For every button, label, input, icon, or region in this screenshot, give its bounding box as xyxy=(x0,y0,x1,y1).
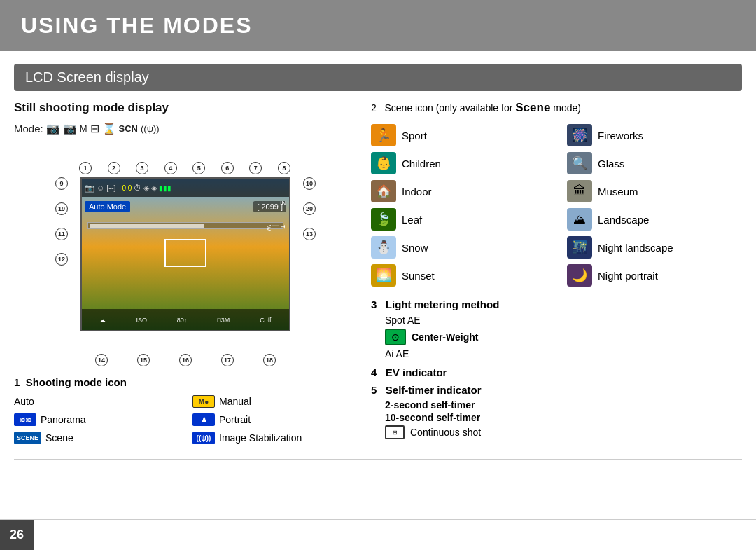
left-callouts: 9 19 11 12 xyxy=(55,177,68,266)
in-label: IN xyxy=(280,200,286,207)
timer-2s: 2-second self-timer xyxy=(371,399,742,411)
automode-label: Auto Mode xyxy=(85,201,130,212)
scene-museum: 🏛 Museum xyxy=(567,178,742,205)
timer-10s: 10-second self-timer xyxy=(371,411,742,424)
bottom-callouts: 14 15 16 17 18 xyxy=(80,351,290,366)
metering-label: Light metering method xyxy=(386,298,500,310)
shutter-val: 80↑ xyxy=(177,317,188,324)
children-label: Children xyxy=(402,158,441,170)
sunset-icon: 🌅 xyxy=(371,264,396,287)
top-callouts: 1 2 3 4 5 6 7 8 xyxy=(79,162,290,174)
metering-section: 3 Light metering method Spot AE ⊙ Center… xyxy=(371,298,742,361)
callout-6: 6 xyxy=(221,162,234,174)
scene-number: 2 xyxy=(371,102,377,114)
self-timer-number: 5 xyxy=(371,384,377,396)
page-number: 26 xyxy=(0,520,34,551)
ev-val: +0.0 xyxy=(118,184,132,192)
camera-m-label: M xyxy=(80,123,88,134)
main-content: Still shooting mode display Mode: 📷 📷 M … xyxy=(0,91,756,456)
mode-line: Mode: 📷 📷 M ⊟ ⌛ SCN ((ψ)) xyxy=(14,122,357,135)
indoor-label: Indoor xyxy=(402,186,432,198)
self-timer-label: Self-timer indicator xyxy=(386,384,482,396)
scene-landscape: ⛰ Landscape xyxy=(567,206,742,233)
night-portrait-icon: 🌙 xyxy=(567,264,592,287)
stab-icon: ((ψ)) xyxy=(141,123,160,134)
scene-sunset: 🌅 Sunset xyxy=(371,262,546,289)
leaf-icon: 🍃 xyxy=(371,208,396,231)
imgstab-badge: ((ψ)) xyxy=(192,432,215,444)
scene-sport: 🏃 Sport xyxy=(371,122,546,149)
indoor-icon: 🏠 xyxy=(371,180,396,202)
mode-scene: SCENE Scene xyxy=(14,430,178,446)
timer-small-icon: ⏱ xyxy=(134,184,141,192)
camera-m-icon: 📷 xyxy=(63,122,77,135)
title-bar: USING THE MODES xyxy=(0,0,756,51)
page-divider xyxy=(14,459,742,460)
screen-bottom-bar: ☁ ISO 80↑ □3M Coff xyxy=(82,309,289,331)
sunset-label: Sunset xyxy=(402,270,435,282)
scene-night-landscape: 🌃 Night landscape xyxy=(567,234,742,261)
histogram-bar xyxy=(85,222,286,231)
lcd-screen: 📷 ☺ [--] +0.0 ⏱ ◈ ◈ ▮▮▮ Auto Mode [ 2099… xyxy=(80,177,290,331)
bracket-icon: [--] xyxy=(106,184,115,192)
timer-10s-label: 10-second self-timer xyxy=(385,412,480,423)
ai-ae-label: Ai AE xyxy=(385,348,409,359)
museum-icon: 🏛 xyxy=(567,180,592,202)
focus-box xyxy=(164,239,206,267)
portrait-badge: ♟ xyxy=(192,413,215,426)
page-title: USING THE MODES xyxy=(21,13,735,39)
mode-label: Mode: xyxy=(14,123,43,135)
subsection-title: Still shooting mode display xyxy=(14,101,357,115)
landscape-label: Landscape xyxy=(598,214,649,226)
scene-night-portrait: 🌙 Night portrait xyxy=(567,262,742,289)
battery-indicator: ▮▮▮ xyxy=(159,184,172,192)
callout-3: 3 xyxy=(136,162,148,174)
panorama-mode-icon: ⊟ xyxy=(90,122,99,135)
tw-indicator: T|W xyxy=(265,225,286,231)
self-timer-title: 5 Self-timer indicator xyxy=(371,384,742,396)
scene-items-grid: 🏃 Sport 🎆 Fireworks 👶 Children 🔍 Glass 🏠… xyxy=(371,122,742,289)
callout-4: 4 xyxy=(164,162,177,174)
scene-section-header: 2 Scene icon (only available for Scene m… xyxy=(371,101,742,115)
page-number-bar: 26 xyxy=(0,519,756,550)
scene-leaf: 🍃 Leaf xyxy=(371,206,546,233)
callout-13: 13 xyxy=(303,228,316,240)
scene-indoor: 🏠 Indoor xyxy=(371,178,546,205)
continuous-shot: ⊟ Continuous shot xyxy=(371,424,742,441)
leaf-label: Leaf xyxy=(402,214,422,226)
face-icon: ☺ xyxy=(97,184,104,192)
landscape-icon: ⛰ xyxy=(567,208,592,231)
scn-label: SCN xyxy=(119,123,138,134)
metering-number: 3 xyxy=(371,298,377,310)
left-column: Still shooting mode display Mode: 📷 📷 M … xyxy=(14,101,357,446)
mode-imgstab: ((ψ)) Image Stabilization xyxy=(192,430,357,446)
callout-14: 14 xyxy=(95,354,108,366)
mode-panorama: ≋≋ Panorama xyxy=(14,412,178,427)
stab-s-icon: ◈ xyxy=(151,184,157,193)
ev-section: 4 EV indicator xyxy=(371,366,742,378)
callout-5: 5 xyxy=(192,162,205,174)
ev-label: EV indicator xyxy=(386,366,447,378)
snow-icon: ⛄ xyxy=(371,236,396,259)
scene-glass: 🔍 Glass xyxy=(567,150,742,177)
scene-bold-label: Scene xyxy=(515,101,550,114)
scene-end-label: mode) xyxy=(553,102,581,114)
continuous-label: Continuous shot xyxy=(410,427,481,438)
night-portrait-label: Night portrait xyxy=(598,270,658,282)
timer-2s-label: 2-second self-timer xyxy=(385,399,475,411)
scene-intro-label: Scene icon (only available for xyxy=(384,102,512,114)
camera-small-icon: 📷 xyxy=(85,184,94,193)
right-column: 2 Scene icon (only available for Scene m… xyxy=(357,101,742,446)
fireworks-label: Fireworks xyxy=(598,130,643,142)
mode-portrait: ♟ Portrait xyxy=(192,412,357,427)
scene-badge: SCENE xyxy=(14,432,41,444)
callout-18: 18 xyxy=(263,354,276,366)
self-timer-section: 5 Self-timer indicator 2-second self-tim… xyxy=(371,384,742,441)
metering-ai: Ai AE xyxy=(371,347,742,361)
shoot-mode-section: 1 Shooting mode icon Auto M● Manual ≋≋ P… xyxy=(14,376,357,446)
night-landscape-icon: 🌃 xyxy=(567,236,592,259)
shoot-mode-title: 1 Shooting mode icon xyxy=(14,376,357,388)
callout-11: 11 xyxy=(55,228,68,240)
sport-label: Sport xyxy=(402,130,427,142)
museum-label: Museum xyxy=(598,186,638,198)
